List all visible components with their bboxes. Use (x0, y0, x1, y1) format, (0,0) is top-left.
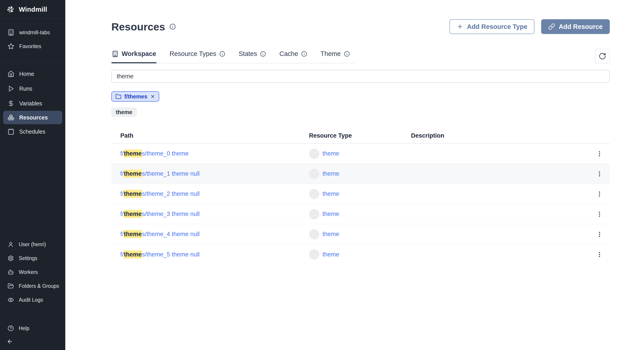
tab-label: States (238, 50, 257, 58)
table-header: Path Resource Type Description (111, 128, 610, 144)
resource-path-link[interactable]: f/themes/theme_3 theme null (120, 210, 200, 218)
tab-cache[interactable]: Cache (279, 47, 308, 63)
search-term-label: theme (116, 109, 132, 116)
kebab-menu-icon (596, 191, 603, 197)
building-icon (112, 51, 118, 57)
sidebar-item-label: User (henri) (19, 241, 46, 247)
add-resource-type-label: Add Resource Type (467, 23, 527, 31)
resource-path-link[interactable]: f/themes/theme_0 theme (120, 150, 188, 158)
resource-path-link[interactable]: f/themes/theme_2 theme null (120, 190, 200, 198)
resources-table: Path Resource Type Description f/themes/… (111, 128, 610, 264)
app-logo[interactable]: Windmill (0, 0, 65, 19)
path-highlight: theme (124, 250, 142, 258)
table-row[interactable]: f/themes/theme_0 theme theme (111, 144, 610, 164)
sidebar-item-label: Folders & Groups (19, 283, 59, 289)
path-rest: s/theme_0 theme (142, 150, 189, 157)
tab-label: Workspace (122, 50, 156, 58)
sidebar-item-user[interactable]: User (henri) (0, 237, 65, 251)
sidebar-item-variables[interactable]: Variables (0, 96, 65, 111)
path-prefix: f/ (120, 211, 124, 217)
sidebar-item-label: Variables (19, 100, 42, 107)
resource-path-link[interactable]: f/themes/theme_4 theme null (120, 230, 200, 238)
info-icon (170, 24, 176, 30)
sidebar-item-schedules[interactable]: Schedules (0, 124, 65, 139)
refresh-button[interactable] (595, 49, 610, 64)
calendar-icon (8, 128, 14, 135)
sidebar-item-workspace[interactable]: windmill-labs (0, 26, 65, 39)
resource-type-link[interactable]: theme (322, 150, 339, 157)
sidebar-item-label: windmill-labs (19, 29, 50, 36)
row-menu-button[interactable] (593, 208, 606, 220)
folder-filter-chip[interactable]: f/themes (111, 91, 159, 102)
resource-type-link[interactable]: theme (322, 231, 339, 238)
user-icon (8, 241, 14, 247)
sidebar-spacer (0, 139, 65, 237)
x-icon[interactable] (150, 94, 155, 99)
row-menu-button[interactable] (593, 188, 606, 200)
main-content: Resources Add Resource Type Add Resource… (65, 0, 644, 350)
path-highlight: theme (124, 230, 142, 238)
column-header-description: Description (411, 132, 586, 139)
table-row[interactable]: f/themes/theme_3 theme null theme (111, 204, 610, 224)
sidebar-item-favorites[interactable]: Favorites (0, 39, 65, 53)
add-resource-button[interactable]: Add Resource (541, 19, 610, 34)
kebab-menu-icon (596, 251, 603, 258)
sidebar-item-workers[interactable]: Workers (0, 265, 65, 279)
path-rest: s/theme_2 theme null (142, 190, 200, 197)
sidebar-item-audit-logs[interactable]: Audit Logs (0, 293, 65, 307)
sidebar-item-label: Settings (19, 255, 37, 261)
path-rest: s/theme_4 theme null (142, 231, 200, 237)
sidebar-help-section: Help (0, 321, 65, 335)
add-resource-type-button[interactable]: Add Resource Type (450, 19, 534, 34)
sidebar-item-folders-groups[interactable]: Folders & Groups (0, 279, 65, 293)
path-rest: s/theme_5 theme null (142, 251, 200, 258)
row-menu-button[interactable] (593, 147, 606, 160)
info-icon (344, 51, 350, 57)
play-icon (8, 85, 14, 92)
sidebar-collapse-button[interactable] (0, 335, 65, 348)
resource-type-link[interactable]: theme (322, 170, 339, 177)
resource-type-link[interactable]: theme (322, 190, 339, 197)
sidebar-item-resources[interactable]: Resources (3, 111, 62, 124)
table-row[interactable]: f/themes/theme_5 theme null theme (111, 244, 610, 264)
path-prefix: f/ (120, 150, 124, 157)
column-header-resource-type: Resource Type (309, 132, 411, 139)
table-row[interactable]: f/themes/theme_1 theme null theme (111, 164, 610, 184)
resource-type-link[interactable]: theme (322, 211, 339, 217)
row-menu-button[interactable] (593, 168, 606, 180)
resource-type-avatar (309, 169, 319, 179)
table-row[interactable]: f/themes/theme_4 theme null theme (111, 224, 610, 244)
sidebar-item-label: Help (19, 325, 29, 331)
kebab-menu-icon (596, 211, 603, 217)
path-rest: s/theme_1 theme null (142, 170, 200, 177)
sidebar-item-settings[interactable]: Settings (0, 251, 65, 265)
sidebar-item-runs[interactable]: Runs (0, 81, 65, 96)
resource-path-link[interactable]: f/themes/theme_1 theme null (120, 170, 200, 178)
row-menu-button[interactable] (593, 248, 606, 261)
kebab-menu-icon (596, 150, 603, 157)
tab-workspace[interactable]: Workspace (111, 47, 156, 63)
sidebar-nav: Home Runs Variables Resources Schedules (0, 63, 65, 139)
sidebar-item-help[interactable]: Help (0, 321, 65, 335)
table-row[interactable]: f/themes/theme_2 theme null theme (111, 184, 610, 204)
row-menu-button[interactable] (593, 228, 606, 241)
search-input[interactable] (111, 70, 610, 83)
app-title: Windmill (19, 6, 47, 13)
resource-path-link[interactable]: f/themes/theme_5 theme null (120, 250, 200, 258)
sidebar-item-home[interactable]: Home (0, 67, 65, 81)
building-icon (8, 29, 14, 36)
sidebar-item-label: Home (19, 71, 34, 77)
arrow-left-icon (7, 338, 13, 345)
dollar-icon (8, 100, 14, 107)
tab-states[interactable]: States (238, 47, 266, 63)
resource-type-avatar (309, 209, 319, 219)
sidebar-footer: User (henri) Settings Workers Folders & … (0, 237, 65, 307)
tab-label: Theme (320, 50, 340, 58)
resource-type-link[interactable]: theme (322, 251, 339, 258)
path-highlight: theme (124, 190, 142, 198)
tab-resource-types[interactable]: Resource Types (169, 47, 226, 63)
resource-type-avatar (309, 189, 319, 199)
info-icon (301, 51, 307, 57)
tab-theme[interactable]: Theme (320, 47, 350, 63)
eye-icon (8, 297, 14, 303)
